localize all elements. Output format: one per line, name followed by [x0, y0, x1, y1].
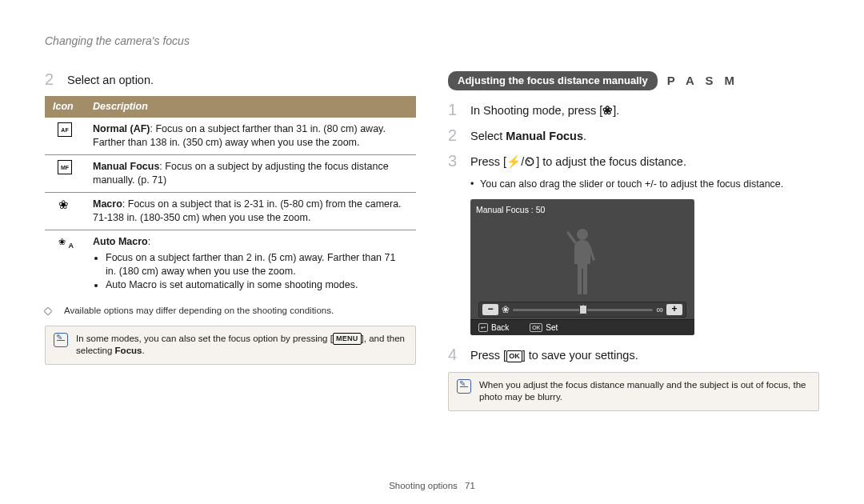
lead-text: Macro: [93, 198, 122, 210]
mode-letters: P A S M: [667, 73, 738, 89]
macro-end-icon: ❀: [502, 303, 510, 316]
section-badge: Adjusting the focus distance manually: [448, 71, 658, 91]
icon-normal-af: AF: [45, 118, 85, 154]
t: Back: [491, 323, 509, 332]
page-number: 71: [465, 481, 475, 490]
t: Press [: [470, 349, 506, 362]
svg-point-0: [577, 229, 588, 240]
menu-key-icon: MENU: [333, 333, 362, 345]
step-2: 2 Select Manual Focus.: [448, 127, 819, 145]
manual-page: Changing the camera's focus 2 Select an …: [0, 0, 864, 504]
col-desc-header: Description: [85, 96, 416, 118]
step-1: 1 In Shooting mode, press [❀].: [448, 102, 819, 119]
step-text: Press [⚡/⏲] to adjust the focus distance…: [470, 153, 819, 170]
desc-auto-macro: Auto Macro: Focus on a subject farther t…: [85, 230, 416, 297]
focus-options-table: Icon Description AF Normal (AF): Focus o…: [45, 96, 416, 297]
note-icon: [457, 379, 471, 394]
lead-text: Auto Macro: [93, 236, 148, 247]
blur-warning-box: When you adjust the focus distance manua…: [448, 372, 819, 411]
step-number: 2: [448, 127, 461, 145]
options-vary-note: Available options may differ depending o…: [56, 305, 416, 318]
table-row: MF Manual Focus: Focus on a subject by a…: [45, 155, 416, 193]
step-number: 2: [45, 71, 58, 89]
t: Manual Focus: [506, 130, 583, 142]
step-number: 4: [448, 346, 461, 364]
back-control[interactable]: ↩Back: [478, 322, 509, 334]
left-column: 2 Select an option. Icon Description AF: [45, 71, 416, 411]
af-box-icon: AF: [58, 122, 72, 137]
t: ] to save your settings.: [522, 349, 638, 362]
t: ].: [613, 104, 619, 117]
t: Press [: [470, 155, 506, 168]
lcd-scene: [470, 217, 694, 298]
infinity-end-icon: ∞: [656, 303, 663, 316]
step-text: In Shooting mode, press [❀].: [470, 102, 819, 119]
step-number: 1: [448, 102, 461, 119]
flower-a-icon: A: [58, 235, 71, 248]
focus-slider[interactable]: − ❀ ∞ +: [478, 302, 686, 318]
step-text: Press [OK] to save your settings.: [470, 346, 819, 364]
col-icon-header: Icon: [45, 96, 85, 118]
table-row: AF Normal (AF): Focus on a subject farth…: [45, 118, 416, 154]
icon-auto-macro: A: [45, 230, 85, 297]
icon-macro: [45, 192, 85, 230]
set-control[interactable]: OKSet: [530, 322, 558, 334]
t: Set: [546, 323, 558, 332]
lead-text: Normal (AF): [93, 123, 150, 134]
step-text: Select an option.: [67, 71, 416, 89]
lcd-title: Manual Focus : 50: [470, 199, 694, 215]
t: ] to adjust the focus distance.: [536, 155, 686, 168]
lead-text: Manual Focus: [93, 161, 159, 172]
lcd-preview: Manual Focus : 50 −: [470, 199, 694, 335]
back-key-icon: ↩: [478, 323, 488, 332]
slider-hint-bullet: You can also drag the slider or touch +/…: [470, 178, 819, 191]
desc-normal-af: Normal (AF): Focus on a subject farther …: [85, 118, 416, 154]
flower-key-icon: ❀: [602, 104, 613, 117]
step-text: Select Manual Focus.: [470, 127, 819, 145]
note-text: In some modes, you can also set the focu…: [76, 333, 407, 358]
icon-manual-focus: MF: [45, 155, 85, 193]
t: In Shooting mode, press [: [470, 104, 602, 117]
auto-macro-line2: Auto Macro is set automatically in some …: [106, 278, 408, 292]
note-text: When you adjust the focus distance manua…: [479, 379, 810, 404]
two-column-layout: 2 Select an option. Icon Description AF: [45, 71, 819, 411]
t: .: [142, 346, 144, 355]
step-4: 4 Press [OK] to save your settings.: [448, 346, 819, 364]
t: Select: [470, 130, 506, 142]
flower-icon: [58, 198, 71, 211]
menu-note-box: In some modes, you can also set the focu…: [45, 326, 416, 365]
slider-thumb[interactable]: [579, 305, 587, 314]
page-footer: Shooting options 71: [0, 480, 864, 493]
slider-plus-button[interactable]: +: [666, 304, 682, 315]
table-row: A Auto Macro: Focus on a subject farther…: [45, 230, 416, 297]
desc-macro: Macro: Focus on a subject that is 2-31 i…: [85, 192, 416, 230]
body-text: : Focus on a subject that is 2-31 in. (5…: [93, 198, 402, 223]
note-icon: [54, 333, 68, 347]
right-column: Adjusting the focus distance manually P …: [448, 71, 819, 411]
section-heading-row: Adjusting the focus distance manually P …: [448, 71, 819, 91]
mf-box-icon: MF: [58, 160, 72, 174]
table-row: Macro: Focus on a subject that is 2-31 i…: [45, 192, 416, 230]
step-2-select-option: 2 Select an option.: [45, 71, 416, 89]
running-head: Changing the camera's focus: [45, 34, 819, 49]
t: Focus: [115, 346, 142, 355]
lcd-preview-wrap: Manual Focus : 50 −: [470, 199, 819, 335]
auto-macro-line1: Focus on a subject farther than 2 in. (5…: [106, 251, 408, 278]
step-3: 3 Press [⚡/⏲] to adjust the focus distan…: [448, 153, 819, 170]
slider-track[interactable]: [513, 309, 653, 311]
t: In some modes, you can also set the focu…: [76, 334, 333, 343]
lcd-bottombar: ↩Back OKSet: [470, 319, 694, 335]
desc-manual-focus: Manual Focus: Focus on a subject by adju…: [85, 155, 416, 193]
footer-section: Shooting options: [389, 481, 458, 490]
ok-key-icon: OK: [506, 350, 522, 362]
flash-key-icon: ⚡: [506, 155, 521, 168]
person-silhouette-icon: [565, 226, 600, 298]
ok-key-icon: OK: [530, 323, 542, 332]
timer-key-icon: ⏲: [524, 155, 536, 168]
slider-minus-button[interactable]: −: [482, 304, 498, 315]
step-number: 3: [448, 153, 461, 170]
t: .: [583, 130, 586, 142]
